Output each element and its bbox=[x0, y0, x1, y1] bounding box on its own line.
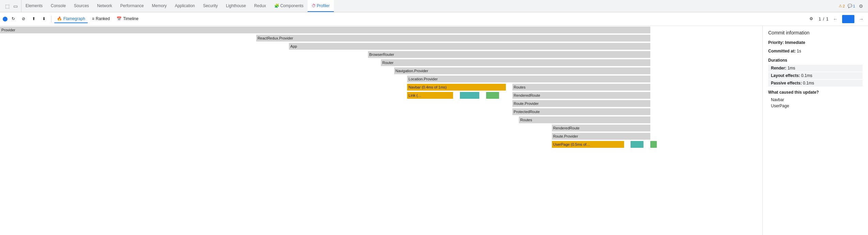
flame-app[interactable]: App bbox=[289, 43, 650, 50]
warnings-badge[interactable]: ⚠ 2 bbox=[839, 4, 845, 8]
flame-row-app[interactable]: App bbox=[0, 42, 657, 50]
flame-routes-2[interactable]: Routes bbox=[519, 116, 650, 123]
tab-lighthouse[interactable]: Lighthouse bbox=[222, 0, 250, 12]
ranked-tab[interactable]: ≡ Ranked bbox=[89, 15, 112, 23]
nav-total: 1 bbox=[826, 17, 828, 21]
flame-routeprovider-1[interactable]: Route.Provider bbox=[512, 100, 650, 107]
flame-row-reactredux[interactable]: ReactRedux.Provider bbox=[0, 34, 657, 42]
layout-value: 0.1ms bbox=[801, 73, 812, 78]
tab-redux[interactable]: Redux bbox=[250, 0, 270, 12]
flamegraph-tab[interactable]: 🔥 Flamegraph bbox=[54, 15, 88, 23]
flame-reactredux[interactable]: ReactRedux.Provider bbox=[256, 35, 650, 42]
settings-icon[interactable]: ⚙ bbox=[858, 3, 864, 9]
flame-link-mini2[interactable] bbox=[486, 92, 499, 99]
sidebar: Commit information Priority: Immediate C… bbox=[762, 26, 868, 235]
flame-row-userpage[interactable]: UserPage (0.5ms of… bbox=[0, 140, 657, 148]
profiler-icon: ⏱ bbox=[312, 3, 316, 8]
flame-router[interactable]: Router bbox=[381, 59, 650, 66]
priority-row: Priority: Immediate bbox=[768, 40, 863, 46]
flame-locprovider[interactable]: Location.Provider bbox=[407, 76, 650, 82]
reload-button[interactable]: ↻ bbox=[9, 15, 18, 23]
download-button[interactable]: ⬇ bbox=[40, 15, 48, 23]
tab-network[interactable]: Network bbox=[93, 0, 116, 12]
tab-profiler[interactable]: ⏱ Profiler bbox=[308, 0, 334, 12]
tab-security[interactable]: Security bbox=[199, 0, 222, 12]
warning-icon: ⚠ bbox=[839, 4, 842, 8]
sub-toolbar: ↻ ⊘ ⬆ ⬇ 🔥 Flamegraph ≡ Ranked 📅 Timeline… bbox=[0, 12, 868, 26]
divider bbox=[51, 16, 51, 22]
tab-application[interactable]: Application bbox=[171, 0, 199, 12]
tab-sources[interactable]: Sources bbox=[70, 0, 93, 12]
flame-link[interactable]: Link (… bbox=[407, 92, 453, 99]
record-button[interactable] bbox=[3, 17, 7, 21]
inspect-icon[interactable]: ⬚ bbox=[4, 3, 10, 9]
committed-value: 1s bbox=[797, 49, 801, 53]
flamegraph-area[interactable]: Provider ReactRedux.Provider App Browser… bbox=[0, 26, 762, 235]
tab-memory[interactable]: Memory bbox=[148, 0, 171, 12]
flame-userpage-mini2[interactable] bbox=[650, 141, 657, 148]
flame-link-mini1[interactable] bbox=[460, 92, 480, 99]
layout-label: Layout effects: bbox=[771, 73, 800, 78]
flame-browserrouter[interactable]: BrowserRouter bbox=[368, 51, 650, 58]
committed-row: Committed at: 1s bbox=[768, 48, 863, 54]
flamegraph-inner: Provider ReactRedux.Provider App Browser… bbox=[0, 26, 762, 176]
flame-row-locprovider[interactable]: Location.Provider bbox=[0, 75, 657, 83]
nav-forward-button[interactable]: → bbox=[857, 15, 865, 23]
flame-row-routeprovider-1[interactable]: Route.Provider bbox=[0, 99, 657, 108]
flame-row-routes-2[interactable]: Routes bbox=[0, 116, 657, 124]
flame-navprovider[interactable]: Navigation.Provider bbox=[394, 67, 650, 74]
tab-console[interactable]: Console bbox=[47, 0, 70, 12]
flame-provider[interactable]: Provider bbox=[0, 27, 650, 33]
tab-performance[interactable]: Performance bbox=[116, 0, 148, 12]
flame-row-router[interactable]: Router bbox=[0, 59, 657, 67]
nav-current: 1 bbox=[819, 17, 821, 21]
passive-row: Passive effects: 0.1ms bbox=[768, 80, 863, 87]
flame-row-provider[interactable]: Provider bbox=[0, 26, 657, 34]
flame-navbar[interactable]: Navbar (0.4ms of 1ms) bbox=[407, 84, 506, 91]
nav-back-button[interactable]: ← bbox=[831, 15, 839, 23]
committed-label: Committed at: bbox=[768, 49, 796, 53]
profiler-settings-button[interactable]: ⚙ bbox=[807, 15, 816, 23]
clear-icon: ⊘ bbox=[22, 16, 25, 21]
tab-bar: ⬚ ▭ Elements Console Sources Network Per… bbox=[0, 0, 868, 12]
flame-row-protectedroute[interactable]: ProtectedRoute bbox=[0, 108, 657, 116]
render-label: Render: bbox=[771, 66, 786, 70]
flame-row-routeprovider-2[interactable]: Route.Provider bbox=[0, 132, 657, 140]
flame-renderedroute-2[interactable]: RenderedRoute bbox=[552, 125, 650, 131]
ranked-icon: ≡ bbox=[92, 16, 94, 21]
clear-button[interactable]: ⊘ bbox=[19, 15, 28, 23]
tab-elements[interactable]: Elements bbox=[21, 0, 47, 12]
messages-badge[interactable]: 💬 1 bbox=[848, 4, 855, 8]
tab-components[interactable]: 🧩 Components bbox=[270, 0, 308, 12]
passive-label: Passive effects: bbox=[771, 81, 802, 85]
download-icon: ⬇ bbox=[42, 16, 46, 21]
flame-row-link[interactable]: Link (… RenderedRoute bbox=[0, 91, 657, 99]
sidebar-title: Commit information bbox=[768, 30, 863, 35]
upload-button[interactable]: ⬆ bbox=[29, 15, 38, 23]
commit-swatch[interactable] bbox=[842, 15, 854, 23]
causes-title: What caused this update? bbox=[768, 90, 863, 95]
causes-section: What caused this update? Navbar UserPage bbox=[768, 90, 863, 109]
timeline-tab[interactable]: 📅 Timeline bbox=[114, 15, 141, 23]
flame-userpage[interactable]: UserPage (0.5ms of… bbox=[552, 141, 624, 148]
cause-userpage: UserPage bbox=[768, 103, 863, 109]
flame-routeprovider-2[interactable]: Route.Provider bbox=[552, 133, 650, 140]
render-value: 1ms bbox=[788, 66, 795, 70]
tab-bar-right: ⚠ 2 💬 1 ⚙ bbox=[839, 3, 867, 9]
flame-row-navbar-routes[interactable]: Navbar (0.4ms of 1ms) Routes bbox=[0, 83, 657, 91]
tab-bar-devtools-icons: ⬚ ▭ bbox=[1, 0, 21, 12]
flame-protectedroute[interactable]: ProtectedRoute bbox=[512, 108, 650, 115]
flame-renderedroute-1[interactable]: RenderedRoute bbox=[512, 92, 650, 99]
render-row: Render: 1ms bbox=[768, 65, 863, 72]
flame-row-renderedroute-2[interactable]: RenderedRoute bbox=[0, 124, 657, 132]
layout-row: Layout effects: 0.1ms bbox=[768, 72, 863, 79]
device-icon[interactable]: ▭ bbox=[12, 3, 18, 9]
cause-navbar: Navbar bbox=[768, 97, 863, 103]
priority-label: Priority: bbox=[768, 40, 784, 45]
flame-row-browserrouter[interactable]: BrowserRouter bbox=[0, 50, 657, 59]
flame-row-navprovider[interactable]: Navigation.Provider bbox=[0, 67, 657, 75]
message-icon: 💬 bbox=[848, 4, 852, 8]
flame-userpage-mini1[interactable] bbox=[631, 141, 644, 148]
reload-icon: ↻ bbox=[12, 16, 15, 21]
flame-routes-1[interactable]: Routes bbox=[512, 84, 650, 91]
